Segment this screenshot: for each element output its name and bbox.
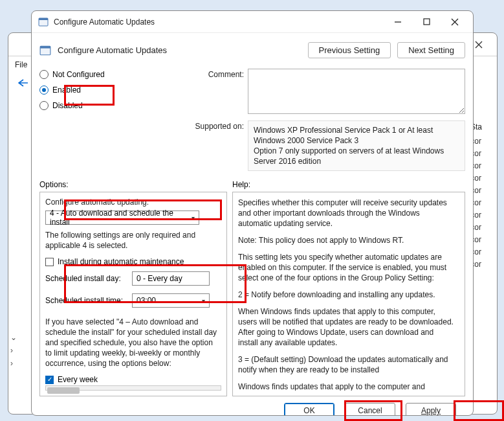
dialog-button-row: OK Cancel Apply [39, 396, 465, 415]
options-note: The following settings are only required… [45, 230, 221, 251]
ok-button[interactable]: OK [284, 403, 334, 415]
svg-rect-4 [40, 46, 50, 48]
help-pane: Specifies whether this computer will rec… [232, 192, 465, 396]
scheduled-install-day-label: Scheduled install day: [45, 274, 127, 283]
help-paragraph: When Windows finds updates that apply to… [238, 306, 455, 348]
gpo-dialog: Configure Automatic Updates Configure Au… [31, 10, 474, 416]
radio-label: Disabled [52, 101, 83, 110]
apply-button[interactable]: Apply [406, 403, 456, 415]
bg-tree-item[interactable]: › [10, 344, 19, 357]
checkbox-icon: ✓ [45, 376, 54, 384]
options-pane: Configure automatic updating: 4 - Auto d… [39, 192, 227, 396]
back-arrow-icon[interactable] [15, 76, 32, 90]
help-paragraph: Windows finds updates that apply to the … [238, 381, 455, 391]
scheduled-install-time-label: Scheduled install time: [45, 296, 127, 305]
scheduled-install-day-dropdown[interactable]: 0 - Every day [132, 271, 210, 286]
radio-not-configured[interactable]: Not Configured [39, 69, 174, 80]
options-horizontal-scrollbar[interactable] [45, 385, 221, 391]
dialog-titlebar: Configure Automatic Updates [32, 11, 473, 33]
supported-label: Supported on: [179, 120, 244, 131]
comment-textarea[interactable] [248, 69, 465, 114]
help-heading: Help: [232, 180, 250, 189]
bg-tree-item[interactable]: ⌄ [10, 331, 19, 344]
every-week-checkbox[interactable]: ✓ Every week [45, 375, 221, 384]
options-heading: Options: [39, 180, 232, 189]
close-button[interactable] [441, 13, 469, 31]
maximize-icon [423, 18, 430, 25]
bg-tree-item[interactable]: › [10, 357, 19, 370]
policy-icon [38, 17, 49, 27]
supported-on-text: Windows XP Professional Service Pack 1 o… [248, 120, 465, 171]
radio-icon [39, 70, 49, 79]
chevron-down-icon: ▾ [202, 297, 205, 304]
minimize-icon [394, 18, 402, 26]
checkbox-label: Every week [58, 375, 98, 384]
options-long-note: If you have selected "4 – Auto download … [45, 317, 221, 369]
dropdown-value: 0 - Every day [137, 274, 182, 283]
help-paragraph: This setting lets you specify whether au… [238, 252, 455, 283]
configure-updating-label: Configure automatic updating: [45, 198, 221, 207]
maximize-button[interactable] [412, 13, 441, 31]
radio-enabled[interactable]: Enabled [39, 84, 174, 96]
next-setting-button[interactable]: Next Setting [397, 42, 465, 58]
chevron-down-icon: ▾ [192, 214, 195, 222]
radio-label: Not Configured [52, 70, 105, 79]
install-during-maintenance-checkbox[interactable]: Install during automatic maintenance [45, 257, 221, 266]
previous-setting-button[interactable]: Previous Setting [308, 42, 391, 58]
checkbox-icon [45, 258, 54, 266]
cancel-button[interactable]: Cancel [345, 403, 395, 415]
help-paragraph: 3 = (Default setting) Download the updat… [238, 354, 455, 375]
minimize-button[interactable] [384, 13, 412, 31]
policy-icon [39, 45, 51, 56]
svg-rect-2 [424, 19, 430, 25]
supported-line: Option 7 only supported on servers of at… [254, 146, 459, 166]
bg-tree: ⌄ › › [10, 331, 19, 370]
configure-updating-dropdown[interactable]: 4 - Auto download and schedule the insta… [45, 210, 199, 225]
radio-label: Enabled [52, 85, 81, 95]
radio-icon [39, 85, 49, 95]
dialog-header-row: Configure Automatic Updates Previous Set… [39, 42, 465, 58]
close-icon [475, 41, 483, 49]
help-paragraph: Specifies whether this computer will rec… [238, 198, 455, 229]
dropdown-value: 03:00 [137, 296, 156, 305]
help-paragraph: 2 = Notify before downloading and instal… [238, 290, 455, 300]
state-radio-group: Not Configured Enabled Disabled [39, 69, 174, 171]
policy-name: Configure Automatic Updates [58, 45, 301, 55]
supported-line: Windows XP Professional Service Pack 1 o… [254, 125, 459, 146]
checkbox-label: Install during automatic maintenance [58, 257, 184, 266]
close-icon [451, 18, 459, 26]
scheduled-install-time-dropdown[interactable]: 03:00 ▾ [132, 293, 210, 308]
svg-rect-1 [39, 18, 48, 20]
dialog-title: Configure Automatic Updates [54, 17, 384, 27]
comment-label: Comment: [179, 69, 244, 79]
dropdown-value: 4 - Auto download and schedule the insta… [50, 209, 192, 227]
radio-disabled[interactable]: Disabled [39, 100, 174, 111]
help-paragraph: Note: This policy does not apply to Wind… [238, 235, 455, 245]
help-scroll-area[interactable]: Specifies whether this computer will rec… [238, 198, 459, 391]
radio-icon [39, 101, 49, 110]
